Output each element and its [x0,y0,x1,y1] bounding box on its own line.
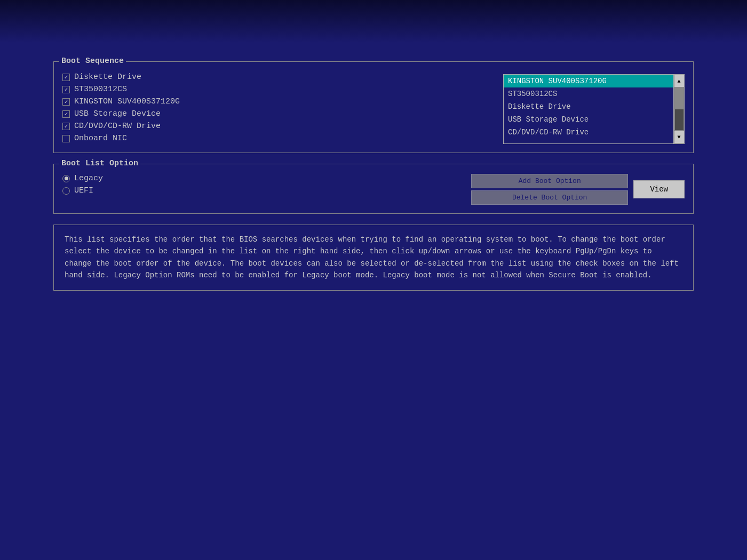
boot-sequence-item[interactable]: CD/DVD/CD-RW Drive [62,121,492,132]
boot-sequence-item[interactable]: ST3500312CS [62,84,492,95]
radio-label: UEFI [74,186,93,195]
action-buttons: Add Boot Option Delete Boot Option [471,174,628,205]
radio-label: Legacy [74,174,103,183]
boot-item-label: KINGSTON SUV400S37120G [74,97,180,106]
radio-item[interactable]: Legacy [62,174,460,183]
boot-sequence-list: Diskette DriveST3500312CSKINGSTON SUV400… [62,71,492,144]
checkbox-icon[interactable] [62,98,70,106]
scroll-thumb [675,88,684,109]
view-button[interactable]: View [633,180,685,198]
boot-sequence-item[interactable]: KINGSTON SUV400S37120G [62,96,492,107]
boot-item-label: USB Storage Device [74,109,161,118]
dropdown-item[interactable]: ST3500312CS [504,87,673,100]
scroll-down-button[interactable]: ▼ [674,131,684,143]
boot-list-option-title: Boot List Option [59,159,140,168]
boot-item-label: ST3500312CS [74,85,127,94]
boot-sequence-item[interactable]: Diskette Drive [62,71,492,83]
dropdown-item[interactable]: Diskette Drive [504,100,673,113]
add-boot-option-button[interactable]: Add Boot Option [471,174,628,188]
checkbox-icon[interactable] [62,110,70,118]
info-box: This list specifies the order that the B… [53,225,694,291]
radio-item[interactable]: UEFI [62,186,460,195]
checkbox-icon[interactable] [62,86,70,93]
delete-boot-option-button[interactable]: Delete Boot Option [471,190,628,205]
dropdown-scrollbar: ▲ ▼ [674,74,685,144]
buttons-and-view: Add Boot Option Delete Boot Option View [471,174,685,205]
boot-item-label: Onboard NIC [74,134,127,143]
checkbox-icon[interactable] [62,123,70,130]
radio-button-icon[interactable] [62,175,70,182]
scroll-track [675,88,684,130]
dropdown-item[interactable]: USB Storage Device [504,113,673,126]
radio-options: LegacyUEFI [62,174,460,195]
boot-sequence-item[interactable]: USB Storage Device [62,108,492,119]
boot-sequence-section: Boot Sequence Diskette DriveST3500312CSK… [53,61,694,153]
boot-order-dropdown: KINGSTON SUV400S37120GST3500312CSDiskett… [503,74,685,144]
checkbox-icon[interactable] [62,135,70,142]
bios-screen: Boot Sequence Diskette DriveST3500312CSK… [37,51,710,531]
checkbox-icon[interactable] [62,74,70,81]
boot-item-label: CD/DVD/CD-RW Drive [74,122,161,131]
boot-sequence-item[interactable]: Onboard NIC [62,133,492,144]
boot-sequence-title: Boot Sequence [59,57,126,66]
boot-item-label: Diskette Drive [74,73,141,82]
info-text: This list specifies the order that the B… [65,234,682,282]
boot-list-option-section: Boot List Option LegacyUEFI Add Boot Opt… [53,164,694,214]
dropdown-item[interactable]: KINGSTON SUV400S37120G [504,75,673,87]
dropdown-list[interactable]: KINGSTON SUV400S37120GST3500312CSDiskett… [503,74,674,144]
dropdown-item[interactable]: CD/DVD/CD-RW Drive [504,126,673,139]
radio-button-icon[interactable] [62,187,70,195]
scroll-up-button[interactable]: ▲ [674,75,684,87]
